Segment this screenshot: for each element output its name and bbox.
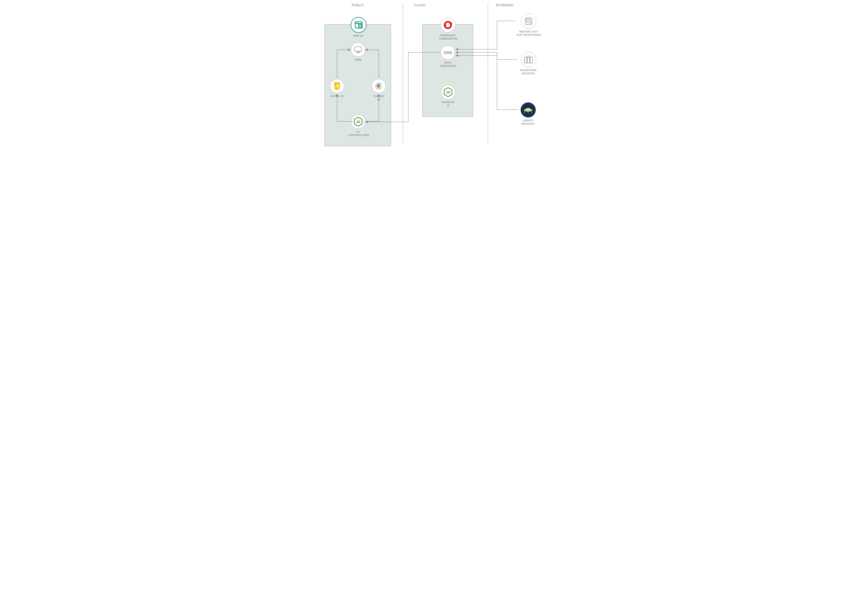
connectors [304,0,564,151]
diagram-stage: PUBLIC CLOUD EXTERNAL WEB UI VIEW [304,0,564,151]
